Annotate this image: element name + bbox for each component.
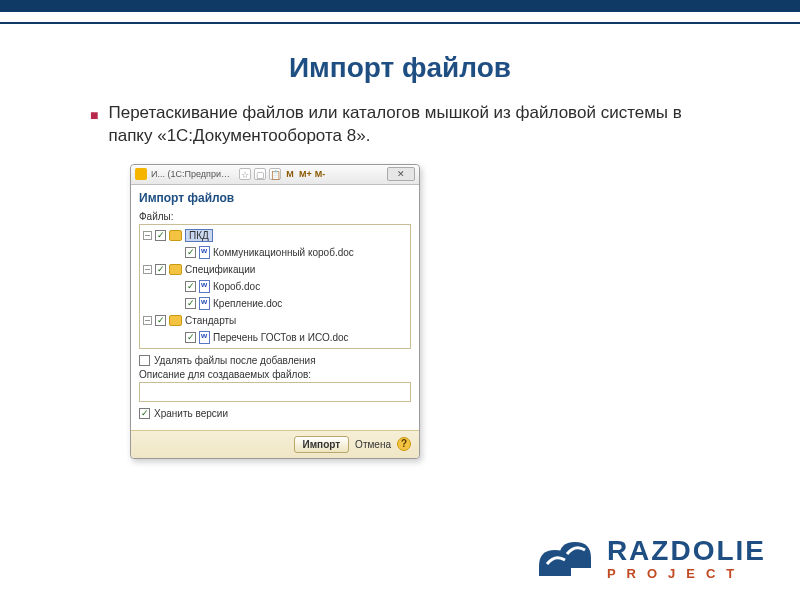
tree-label[interactable]: ПКД bbox=[185, 229, 213, 242]
titlebar-tool-icons: ☆ ▢ 📋 M M+ M- bbox=[239, 168, 326, 180]
window-title: И... (1С:Предприятие) bbox=[151, 169, 231, 179]
tree-checkbox[interactable] bbox=[155, 315, 166, 326]
slide-title: Импорт файлов bbox=[0, 52, 800, 84]
description-input[interactable] bbox=[139, 382, 411, 402]
tree-label[interactable]: Коммуникационный короб.doc bbox=[213, 247, 354, 258]
files-label: Файлы: bbox=[139, 211, 411, 222]
store-versions-row[interactable]: Хранить версии bbox=[139, 408, 411, 419]
window-close-button[interactable]: ✕ bbox=[387, 167, 415, 181]
tree-checkbox[interactable] bbox=[155, 230, 166, 241]
bullet-item: ■ Перетаскивание файлов или каталогов мы… bbox=[90, 102, 710, 148]
top-color-bar bbox=[0, 0, 800, 12]
delete-after-row[interactable]: Удалять файлы после добавления bbox=[139, 355, 411, 366]
delete-after-label: Удалять файлы после добавления bbox=[154, 355, 316, 366]
import-button[interactable]: Импорт bbox=[294, 436, 350, 453]
tree-row[interactable]: Перечень ГОСТов и ИСО.doc bbox=[143, 329, 407, 346]
store-versions-label: Хранить версии bbox=[154, 408, 228, 419]
brand-name: RAZDOLIE bbox=[607, 537, 766, 565]
tree-checkbox[interactable] bbox=[185, 332, 196, 343]
delete-after-checkbox[interactable] bbox=[139, 355, 150, 366]
help-icon[interactable]: ? bbox=[397, 437, 411, 451]
m-plus-button[interactable]: M+ bbox=[299, 168, 311, 180]
tree-label[interactable]: Стандарты bbox=[185, 315, 236, 326]
logo-1c-icon bbox=[135, 168, 147, 180]
tree-row[interactable]: –Спецификации bbox=[143, 261, 407, 278]
tree-label[interactable]: Спецификации bbox=[185, 264, 255, 275]
doc-icon bbox=[199, 280, 210, 293]
tree-row[interactable]: –Стандарты bbox=[143, 312, 407, 329]
tree-toggle-icon[interactable]: – bbox=[143, 316, 152, 325]
tree-toggle-icon[interactable]: – bbox=[143, 265, 152, 274]
app-window: И... (1С:Предприятие) ☆ ▢ 📋 M M+ M- ✕ Им… bbox=[130, 164, 420, 459]
brand-logo-icon bbox=[535, 536, 595, 580]
cancel-button[interactable]: Отмена bbox=[355, 439, 391, 450]
toolbar-icon[interactable]: 📋 bbox=[269, 168, 281, 180]
dialog-title: Импорт файлов bbox=[139, 191, 411, 205]
tree-checkbox[interactable] bbox=[155, 264, 166, 275]
dialog-body: Импорт файлов Файлы: –ПКДКоммуникационны… bbox=[131, 185, 419, 430]
bullet-text: Перетаскивание файлов или каталогов мышк… bbox=[108, 102, 710, 148]
doc-icon bbox=[199, 246, 210, 259]
toolbar-icon[interactable]: ▢ bbox=[254, 168, 266, 180]
m-button[interactable]: M bbox=[284, 168, 296, 180]
m-minus-button[interactable]: M- bbox=[314, 168, 326, 180]
toolbar-icon[interactable]: ☆ bbox=[239, 168, 251, 180]
doc-icon bbox=[199, 331, 210, 344]
tree-row[interactable]: Коммуникационный короб.doc bbox=[143, 244, 407, 261]
tree-row[interactable]: Короб.doc bbox=[143, 278, 407, 295]
description-label: Описание для создаваемых файлов: bbox=[139, 369, 411, 380]
tree-checkbox[interactable] bbox=[185, 247, 196, 258]
tree-label[interactable]: Перечень ГОСТов и ИСО.doc bbox=[213, 332, 349, 343]
brand-block: RAZDOLIE PROJECT bbox=[535, 536, 766, 580]
tree-checkbox[interactable] bbox=[185, 298, 196, 309]
folder-icon bbox=[169, 264, 182, 275]
dialog-footer: Импорт Отмена ? bbox=[131, 430, 419, 458]
bullet-marker-icon: ■ bbox=[90, 106, 98, 148]
file-tree[interactable]: –ПКДКоммуникационный короб.doc–Специфика… bbox=[139, 224, 411, 349]
brand-text: RAZDOLIE PROJECT bbox=[607, 537, 766, 580]
window-titlebar[interactable]: И... (1С:Предприятие) ☆ ▢ 📋 M M+ M- ✕ bbox=[131, 165, 419, 185]
folder-icon bbox=[169, 230, 182, 241]
brand-subtitle: PROJECT bbox=[607, 567, 766, 580]
doc-icon bbox=[199, 297, 210, 310]
tree-checkbox[interactable] bbox=[185, 281, 196, 292]
tree-row[interactable]: –ПКД bbox=[143, 227, 407, 244]
tree-row[interactable]: Крепление.doc bbox=[143, 295, 407, 312]
folder-icon bbox=[169, 315, 182, 326]
tree-toggle-icon[interactable]: – bbox=[143, 231, 152, 240]
top-accent-line bbox=[0, 22, 800, 24]
tree-label[interactable]: Короб.doc bbox=[213, 281, 260, 292]
store-versions-checkbox[interactable] bbox=[139, 408, 150, 419]
tree-label[interactable]: Крепление.doc bbox=[213, 298, 282, 309]
